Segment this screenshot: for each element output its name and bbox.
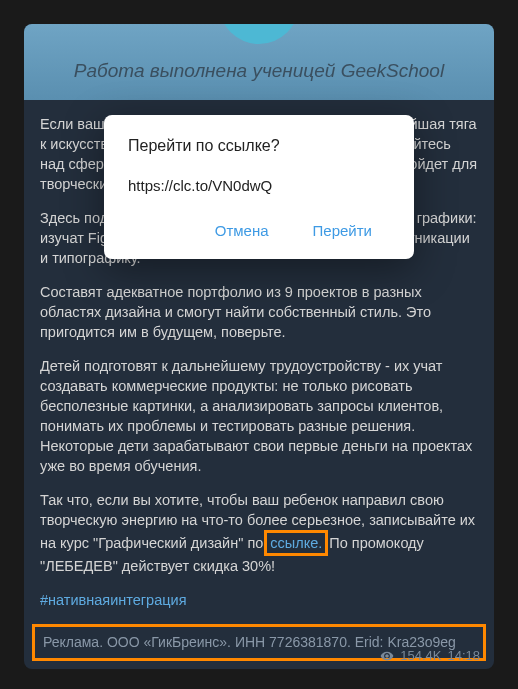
link-confirm-dialog: Перейти по ссылке? https://clc.to/VN0dwQ… <box>104 115 414 259</box>
dialog-url: https://clc.to/VN0dwQ <box>128 177 390 194</box>
dialog-buttons: Отмена Перейти <box>128 212 390 249</box>
confirm-button[interactable]: Перейти <box>295 212 390 249</box>
cancel-button[interactable]: Отмена <box>197 212 287 249</box>
dialog-title: Перейти по ссылке? <box>128 137 390 155</box>
dialog-overlay: Перейти по ссылке? https://clc.to/VN0dwQ… <box>0 0 518 689</box>
